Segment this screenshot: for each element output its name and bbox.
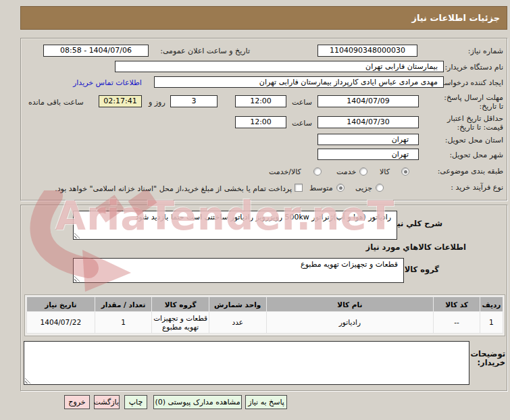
need-number-label: شماره نیاز: — [468, 47, 503, 55]
page-title: جزئیات اطلاعات نیاز — [20, 6, 507, 30]
respond-to-need-button[interactable]: پاسخ به نیاز — [245, 395, 287, 409]
price-validity-date-field[interactable]: 1404/07/30 — [317, 116, 419, 128]
col-goods-group: گروه کالا — [152, 297, 209, 312]
days-left-field: 3 — [170, 95, 218, 107]
goods-table: ردیف کد کالا نام کالا واحد شمارش گروه کا… — [24, 294, 505, 336]
price-validity-hour-label: ساعت — [292, 119, 312, 128]
radio-goods-service[interactable] — [313, 167, 322, 176]
col-goods-code: کد کالا — [434, 297, 480, 312]
province-field[interactable]: تهران — [317, 134, 419, 145]
exit-button[interactable]: خروج — [64, 395, 90, 409]
col-quantity: تعداد / مقدار — [95, 297, 152, 312]
province-label: استان محل تحویل: — [445, 136, 503, 145]
table-header-row: ردیف کد کالا نام کالا واحد شمارش گروه کا… — [27, 297, 503, 312]
city-field[interactable]: تهران — [317, 149, 419, 160]
back-button[interactable]: بازگشت — [94, 395, 120, 409]
buyer-org-label: نام دستگاه خریدار: — [444, 63, 503, 72]
price-validity-time-field[interactable]: 12:00 — [235, 116, 286, 128]
radio-medium[interactable] — [336, 184, 345, 192]
classification-label: طبقه بندی موضوعی: — [438, 167, 503, 176]
need-number-field[interactable]: 1104090348000030 — [317, 45, 417, 57]
time-left-field: 02:17:41 — [99, 95, 142, 107]
treasury-checkbox[interactable] — [295, 184, 303, 192]
need-details-page: جزئیات اطلاعات نیاز شماره نیاز: 11040903… — [0, 0, 510, 420]
view-attachments-button[interactable]: مشاهده مدارک پیوستی (0) — [153, 395, 242, 409]
city-label: شهر محل تحویل: — [449, 151, 503, 159]
goods-group-field[interactable]: قطعات و تجهیزات تهویه مطبوع — [73, 258, 404, 283]
announce-datetime-field[interactable]: 1404/07/06 - 08:58 — [43, 45, 149, 57]
radio-goods-service-label: کالا/خدمت — [269, 167, 301, 176]
deadline-label: مهلت ارسال پاسخ: تا تاریخ: — [442, 93, 503, 111]
radio-partial-label: جزیی — [355, 184, 372, 192]
creator-field[interactable]: مهدی مرادی عباس ایادی کارپرداز بیمارستان… — [154, 76, 444, 88]
cell-goods-name: رادیاتور — [266, 312, 434, 334]
goods-section-header: اطلاعات کالاهاي مورد نیاز — [366, 243, 466, 252]
deadline-time-field[interactable]: 12:00 — [235, 95, 286, 107]
cell-quantity: 1 — [95, 312, 152, 334]
deadline-date-field[interactable]: 1404/07/09 — [317, 95, 419, 107]
buyer-contact-link[interactable]: اطلاعات تماس خریدار — [73, 78, 142, 87]
buyer-notes-label: توضیحات خریدار: — [468, 350, 505, 367]
radio-goods[interactable] — [401, 167, 409, 176]
radio-goods-label: کالا — [380, 167, 390, 176]
radio-service[interactable] — [359, 167, 367, 176]
col-need-date: تاریخ نیاز — [27, 297, 95, 312]
radio-service-label: خدمت — [336, 167, 356, 176]
col-goods-name: نام کالا — [266, 297, 434, 312]
goods-group-label: گروه کالا: — [401, 265, 439, 274]
radio-medium-label: متوسط — [309, 184, 333, 192]
radio-partial[interactable] — [376, 184, 384, 192]
creator-label: ایجاد کننده درخواست: — [435, 78, 503, 87]
remaining-label: ساعت باقی مانده — [28, 98, 84, 107]
description-textarea[interactable]: رادیاتور (هوا و آب)ژنراتور 500kw رویزروی… — [73, 211, 397, 240]
price-validity-label: حداقل تاریخ اعتبار قیمت: تا تاریخ: — [442, 114, 503, 132]
col-unit: واحد شمارش — [209, 297, 266, 312]
cell-unit: عدد — [209, 312, 266, 334]
cell-goods-code: -- — [434, 312, 480, 334]
process-type-label: نوع فرآیند خرید : — [451, 183, 503, 192]
days-label: روز و — [149, 98, 165, 107]
buyer-org-field[interactable]: بیمارستان فارابی تهران — [115, 61, 444, 72]
treasury-checkbox-label: پرداخت تمام یا بخشی از مبلغ خرید،از محل … — [19, 184, 292, 193]
print-button[interactable]: چاپ — [124, 395, 147, 409]
buyer-notes-textarea[interactable] — [24, 341, 469, 385]
table-row: 1 -- رادیاتور عدد قطعات و تجهیزات تهویه … — [27, 312, 503, 334]
cell-need-date: 1404/07/22 — [27, 312, 95, 334]
deadline-hour-label: ساعت — [292, 98, 312, 107]
col-row-number: ردیف — [480, 297, 503, 312]
cell-row-number: 1 — [480, 312, 503, 334]
announce-datetime-label: تاریخ و ساعت اعلان عمومی: — [151, 47, 250, 55]
cell-goods-group: قطعات و تجهیزات تهویه مطبوع — [152, 312, 209, 334]
